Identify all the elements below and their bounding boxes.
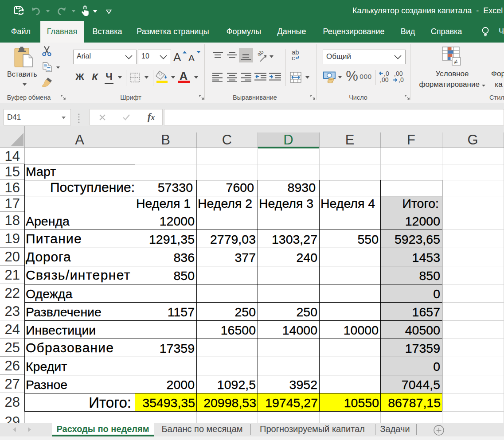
svg-text:,0: ,0 (399, 76, 404, 83)
svg-text:,00: ,00 (380, 76, 389, 83)
svg-text:A: A (188, 53, 195, 62)
svg-text:≠: ≠ (454, 58, 458, 66)
svg-text:c: c (292, 54, 295, 61)
svg-text:A: A (173, 51, 181, 62)
svg-text:ab: ab (257, 51, 265, 58)
